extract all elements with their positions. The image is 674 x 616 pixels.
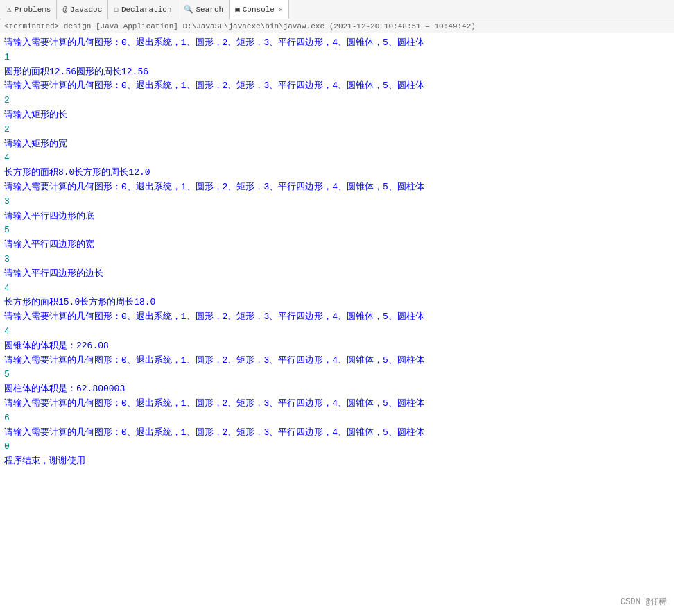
console-line: 2 [4,94,670,108]
status-text: <terminated> design [Java Application] D… [4,22,476,31]
console-line: 长方形的面积8.0长方形的周长12.0 [4,166,670,180]
console-line: 圆形的面积12.56圆形的周长12.56 [4,65,670,80]
tab-console-label: Console [243,6,275,14]
console-line: 请输入需要计算的几何图形：0、退出系统，1、圆形，2、矩形，3、平行四边形，4、… [4,426,670,440]
console-line: 4 [4,325,670,339]
tab-search-label: Search [196,6,224,14]
tab-javadoc-label: Javadoc [70,6,102,14]
tab-bar: ⚠ Problems @ Javadoc ☐ Declaration 🔍 Sea… [0,0,674,19]
console-line: 3 [4,195,670,209]
console-line: 圆锥体的体积是：226.08 [4,339,670,354]
javadoc-icon: @ [62,6,67,14]
console-line: 4 [4,151,670,166]
tab-console[interactable]: ▣ Console ✕ [230,0,289,19]
console-line: 请输入需要计算的几何图形：0、退出系统，1、圆形，2、矩形，3、平行四边形，4、… [4,79,670,94]
console-line: 请输入需要计算的几何图形：0、退出系统，1、圆形，2、矩形，3、平行四边形，4、… [4,180,670,195]
console-line: 请输入需要计算的几何图形：0、退出系统，1、圆形，2、矩形，3、平行四边形，4、… [4,36,670,51]
tab-declaration-label: Declaration [121,6,172,14]
console-line: 2 [4,123,670,137]
console-line: 5 [4,223,670,238]
console-line: 请输入矩形的宽 [4,137,670,152]
console-line: 5 [4,368,670,382]
console-line: 请输入平行四边形的宽 [4,238,670,253]
console-line: 0 [4,440,670,454]
console-content[interactable]: 请输入需要计算的几何图形：0、退出系统，1、圆形，2、矩形，3、平行四边形，4、… [0,33,674,616]
console-line: 程序结束，谢谢使用 [4,454,670,469]
console-line: 请输入平行四边形的底 [4,209,670,224]
console-line: 长方形的面积15.0长方形的周长18.0 [4,296,670,310]
tab-console-close[interactable]: ✕ [279,6,283,14]
console-line: 4 [4,282,670,296]
console-icon: ▣ [235,5,240,14]
console-line: 3 [4,253,670,267]
console-line: 请输入矩形的长 [4,108,670,123]
tab-declaration[interactable]: ☐ Declaration [108,0,178,19]
declaration-icon: ☐ [114,5,119,14]
console-line: 请输入需要计算的几何图形：0、退出系统，1、圆形，2、矩形，3、平行四边形，4、… [4,354,670,368]
status-bar: <terminated> design [Java Application] D… [0,19,674,33]
console-line: 请输入平行四边形的边长 [4,267,670,282]
watermark: CSDN @仟稀 [621,596,667,608]
tab-search[interactable]: 🔍 Search [178,0,230,19]
console-line: 6 [4,411,670,426]
problems-icon: ⚠ [7,5,12,14]
console-line: 请输入需要计算的几何图形：0、退出系统，1、圆形，2、矩形，3、平行四边形，4、… [4,397,670,411]
tab-problems-label: Problems [15,6,51,14]
search-icon: 🔍 [184,5,193,14]
console-line: 请输入需要计算的几何图形：0、退出系统，1、圆形，2、矩形，3、平行四边形，4、… [4,310,670,325]
tab-problems[interactable]: ⚠ Problems [1,0,57,19]
console-line: 1 [4,51,670,65]
console-line: 圆柱体的体积是：62.800003 [4,382,670,397]
tab-javadoc[interactable]: @ Javadoc [57,0,108,19]
